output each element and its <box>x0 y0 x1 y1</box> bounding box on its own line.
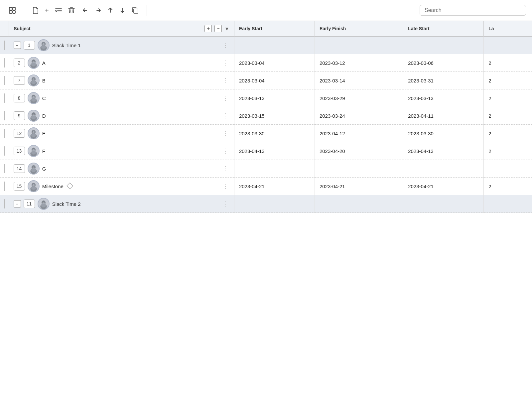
context-menu-button[interactable]: ⋮ <box>222 77 229 84</box>
grid-button[interactable] <box>6 5 19 16</box>
context-menu-button[interactable]: ⋮ <box>222 147 229 155</box>
avatar <box>28 127 40 139</box>
cell-early-start <box>234 160 315 178</box>
back-button[interactable] <box>79 5 91 15</box>
indent-button[interactable] <box>52 5 65 15</box>
task-name: Slack Time 1 <box>52 43 81 48</box>
subject-cell: −1 Slack Time 1⋮ <box>9 37 234 54</box>
cell-early-finish <box>315 195 403 213</box>
cell-late-start: 2023-03-31 <box>403 72 484 89</box>
context-menu-button[interactable]: ⋮ <box>222 130 229 137</box>
search-input[interactable] <box>425 7 521 13</box>
add-button[interactable]: + <box>42 5 52 16</box>
svg-rect-39 <box>34 97 35 97</box>
subject-cell: 13 F⋮ <box>9 142 234 160</box>
th-early-finish: Early Finish <box>315 21 403 37</box>
copy-button[interactable] <box>129 5 141 16</box>
table-container: Subject ＋ － ▼ Early Start Early Finish L… <box>0 21 532 213</box>
context-menu-button[interactable]: ⋮ <box>222 112 229 119</box>
cell-late-finish: 2 <box>484 72 532 89</box>
subject-cell: 15 Milestone⋮ <box>9 178 234 195</box>
subject-cell: −11 Slack Time 2⋮ <box>9 195 234 213</box>
toolbar-divider-1 <box>24 5 24 16</box>
row-number: 2 <box>14 59 25 67</box>
subject-cell: 2 A⋮ <box>9 54 234 72</box>
add-icon: + <box>45 7 49 14</box>
avatar <box>28 163 40 175</box>
svg-rect-3 <box>13 11 15 13</box>
collapse-all-button[interactable]: － <box>214 25 222 32</box>
svg-point-82 <box>31 186 36 190</box>
cell-early-finish: 2023-03-14 <box>315 72 403 89</box>
drag-edge-line <box>4 182 5 191</box>
cell-late-start: 2023-03-13 <box>403 89 484 107</box>
forward-button[interactable] <box>92 5 104 15</box>
context-menu-button[interactable]: ⋮ <box>222 165 229 172</box>
cell-early-finish: 2023-04-20 <box>315 142 403 160</box>
svg-rect-1 <box>13 7 15 10</box>
svg-rect-20 <box>32 62 33 62</box>
up-arrow-icon <box>107 7 113 14</box>
cell-early-start: 2023-03-04 <box>234 72 315 89</box>
svg-rect-56 <box>32 132 33 133</box>
svg-rect-83 <box>32 185 33 186</box>
task-name: Slack Time 2 <box>52 201 81 207</box>
row-drag-edge <box>0 160 9 178</box>
down-button[interactable] <box>117 5 128 16</box>
collapse-button[interactable]: − <box>14 42 21 49</box>
back-arrow-icon <box>82 7 89 13</box>
task-name: A <box>42 60 46 66</box>
filter-button[interactable]: ▼ <box>224 26 229 32</box>
cell-early-finish: 2023-03-12 <box>315 54 403 72</box>
cell-late-start <box>403 160 484 178</box>
cell-early-start: 2023-04-13 <box>234 142 315 160</box>
cell-late-finish <box>484 195 532 213</box>
row-drag-edge <box>0 54 9 72</box>
svg-point-73 <box>31 169 36 172</box>
table-row: 14 G⋮ <box>0 160 532 178</box>
table-row: 2 A⋮2023-03-042023-03-122023-03-062 <box>0 54 532 72</box>
context-menu-button[interactable]: ⋮ <box>222 59 229 66</box>
avatar <box>28 180 40 192</box>
table-header: Subject ＋ － ▼ Early Start Early Finish L… <box>0 21 532 37</box>
row-number: 9 <box>14 111 25 120</box>
cell-late-finish: 2 <box>484 142 532 160</box>
new-button[interactable] <box>30 5 42 16</box>
cell-late-finish: 2 <box>484 54 532 72</box>
row-number: 15 <box>14 182 25 191</box>
svg-rect-93 <box>44 202 45 203</box>
subject-cell: 14 G⋮ <box>9 160 234 178</box>
search-box[interactable] <box>420 5 526 16</box>
up-button[interactable] <box>105 5 116 16</box>
svg-rect-65 <box>32 150 33 150</box>
context-menu-button[interactable]: ⋮ <box>222 94 229 102</box>
cell-late-finish: 2 <box>484 107 532 125</box>
context-menu-button[interactable]: ⋮ <box>222 183 229 190</box>
avatar <box>28 110 40 122</box>
drag-edge-line <box>4 41 5 50</box>
context-menu-button[interactable]: ⋮ <box>222 42 229 49</box>
avatar <box>38 198 50 210</box>
expand-all-button[interactable]: ＋ <box>204 25 212 32</box>
drag-edge-line <box>4 93 5 103</box>
cell-late-finish <box>484 160 532 178</box>
context-menu-button[interactable]: ⋮ <box>222 200 229 207</box>
delete-icon <box>68 7 75 14</box>
collapse-button[interactable]: − <box>14 200 21 207</box>
cell-early-finish: 2023-04-12 <box>315 125 403 142</box>
row-number: 12 <box>14 129 25 138</box>
indent-icon <box>55 7 62 13</box>
row-number: 7 <box>14 76 25 85</box>
subject-cell: 7 B⋮ <box>9 72 234 89</box>
cell-early-finish: 2023-04-21 <box>315 178 403 195</box>
delete-button[interactable] <box>66 5 77 16</box>
svg-point-91 <box>41 204 46 207</box>
svg-rect-0 <box>9 7 12 10</box>
milestone-diamond-icon <box>66 183 73 189</box>
subject-cell: 9 D⋮ <box>9 107 234 125</box>
task-name: G <box>42 166 46 172</box>
table-row: 9 D⋮2023-03-152023-03-242023-04-112 <box>0 107 532 125</box>
row-number: 13 <box>14 147 25 155</box>
row-number: 8 <box>14 94 25 102</box>
th-late-start: Late Start <box>403 21 484 37</box>
